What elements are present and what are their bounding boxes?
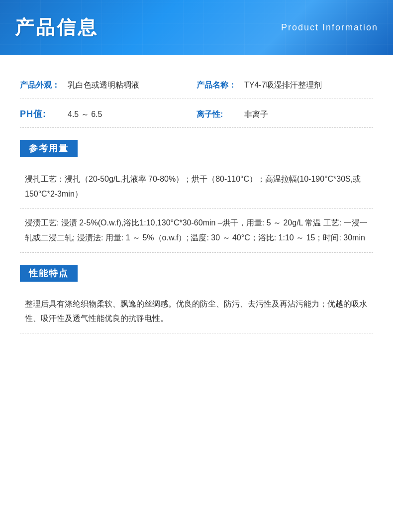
ion-value: 非离子 <box>244 108 268 121</box>
ph-ion-row: PH值: 4.5 ～ 6.5 离子性: 非离子 <box>20 99 373 128</box>
page-header: 产品信息 Product Information <box>0 0 393 55</box>
page-title-en: Product Information <box>281 22 378 33</box>
ph-label: PH值: <box>20 108 60 120</box>
product-name-cell: 产品名称： TY4-7吸湿排汗整理剂 <box>196 79 373 92</box>
product-name-value: TY4-7吸湿排汗整理剂 <box>244 79 322 92</box>
features-section-heading-wrapper: 性能特点 <box>20 253 373 290</box>
product-name-label: 产品名称： <box>196 80 236 91</box>
content-area: 产品外观： 乳白色或透明粘稠液 产品名称： TY4-7吸湿排汗整理剂 PH值: … <box>0 55 393 348</box>
page-title-cn: 产品信息 <box>15 15 98 40</box>
usage-text-1: 浸扎工艺：浸扎（20-50g/L,扎液率 70-80%）；烘干（80-110°C… <box>25 175 361 198</box>
usage-text-block-1: 浸扎工艺：浸扎（20-50g/L,扎液率 70-80%）；烘干（80-110°C… <box>20 165 373 209</box>
usage-section-heading: 参考用量 <box>20 140 78 157</box>
ion-label: 离子性: <box>196 109 236 120</box>
usage-text-2: 浸渍工艺: 浸渍 2-5%(O.w.f),浴比1:10,130°C*30-60m… <box>25 218 368 242</box>
features-text-block: 整理后具有涤纶织物柔软、飘逸的丝绸感。优良的防尘、防污、去污性及再沾污能力；优越… <box>20 290 373 333</box>
appearance-label: 产品外观： <box>20 80 60 91</box>
appearance-cell: 产品外观： 乳白色或透明粘稠液 <box>20 79 196 92</box>
usage-text-block-2: 浸渍工艺: 浸渍 2-5%(O.w.f),浴比1:10,130°C*30-60m… <box>20 209 373 252</box>
ph-value: 4.5 ～ 6.5 <box>68 108 102 121</box>
ion-cell: 离子性: 非离子 <box>196 108 373 121</box>
ph-cell: PH值: 4.5 ～ 6.5 <box>20 108 196 121</box>
product-appearance-row: 产品外观： 乳白色或透明粘稠液 产品名称： TY4-7吸湿排汗整理剂 <box>20 70 373 99</box>
appearance-value: 乳白色或透明粘稠液 <box>68 79 139 92</box>
features-section-heading: 性能特点 <box>20 265 78 282</box>
usage-section-heading-wrapper: 参考用量 <box>20 128 373 165</box>
features-text: 整理后具有涤纶织物柔软、飘逸的丝绸感。优良的防尘、防污、去污性及再沾污能力；优越… <box>25 300 367 323</box>
